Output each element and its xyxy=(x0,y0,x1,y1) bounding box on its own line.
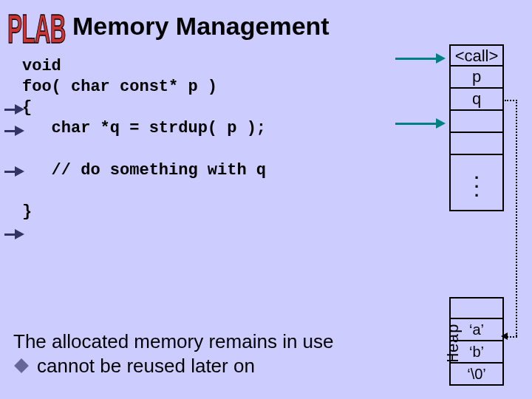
pointer-arrowhead-icon xyxy=(501,332,508,340)
code-line: foo( char const* p ) xyxy=(22,78,217,96)
bullet-diamond-icon xyxy=(14,358,29,373)
code-arrow-icon xyxy=(4,229,24,239)
code-arrow-icon xyxy=(4,126,24,136)
code-arrow-icon xyxy=(4,104,24,115)
vertical-ellipsis-icon: ... xyxy=(474,169,479,196)
code-block: void foo( char const* p ) { char *q = st… xyxy=(22,56,266,222)
explanation-line2: cannot be reused later on xyxy=(37,354,255,378)
heap-cell: ‘\0’ xyxy=(449,364,504,386)
heap-cell xyxy=(449,297,504,319)
stack-ellipsis: ... xyxy=(449,155,504,211)
code-line: void xyxy=(22,57,61,75)
pointer-arrow-icon xyxy=(395,118,446,129)
stack-cell: q xyxy=(449,89,504,111)
stack-cell: <call> xyxy=(449,44,504,66)
heap-label: Heap xyxy=(445,324,463,363)
stack-diagram: <call> p q ... xyxy=(449,44,504,211)
slide-title: Memory Management xyxy=(72,12,330,41)
stack-cell xyxy=(449,111,504,133)
pointer-dashed-line xyxy=(516,100,517,336)
code-line: } xyxy=(22,202,32,221)
explanation-line1: The allocated memory remains in use xyxy=(13,330,334,354)
explanation-text: The allocated memory remains in use cann… xyxy=(13,330,334,378)
code-arrow-icon xyxy=(4,166,24,177)
plab-logo: PLAB xyxy=(7,6,66,52)
stack-cell: p xyxy=(449,66,504,89)
code-line: // do something with q xyxy=(22,161,266,180)
code-line: char *q = strdup( p ); xyxy=(22,119,266,137)
pointer-arrow-icon xyxy=(395,53,446,64)
stack-cell xyxy=(449,133,504,155)
